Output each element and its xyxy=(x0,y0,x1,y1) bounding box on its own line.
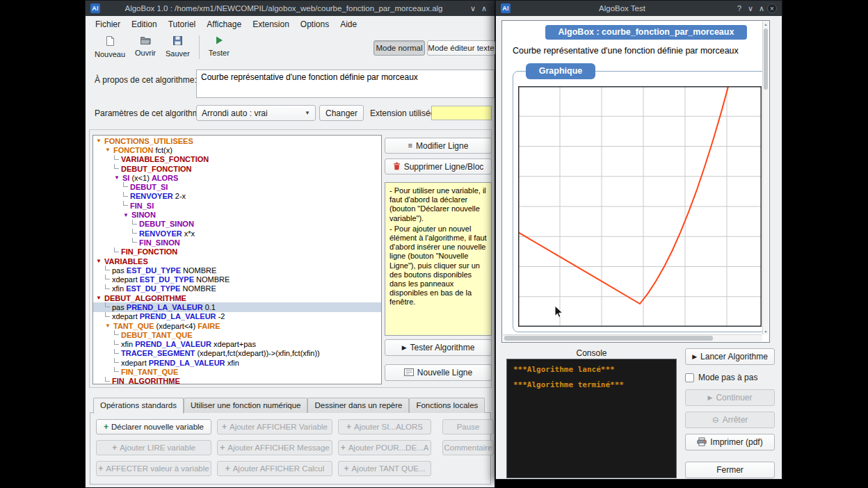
modifier-ligne-button[interactable]: ≡ Modifier Ligne xyxy=(385,138,492,154)
scroll-up-icon[interactable]: ▲ xyxy=(763,22,769,26)
window-control-minimize[interactable]: ∨ xyxy=(745,3,756,14)
menu-aide[interactable]: Aide xyxy=(335,19,362,29)
window-control-minimize[interactable]: ∨ xyxy=(467,3,479,14)
arreter-button[interactable]: ⊖ Arrêter xyxy=(685,412,775,428)
action-button[interactable]: +Ajouter SI...ALORS xyxy=(338,419,431,434)
action-button[interactable]: +Ajouter AFFICHER Variable xyxy=(217,419,332,434)
action-button[interactable]: +Ajouter POUR...DE...A xyxy=(338,440,431,455)
scrollbar-handle[interactable] xyxy=(504,336,713,341)
vertical-scrollbar[interactable]: ▲ ▼ xyxy=(762,22,769,334)
action-button[interactable]: +Déclarer nouvelle variable xyxy=(96,419,211,434)
tab-0[interactable]: Opérations standards xyxy=(93,398,184,414)
play-icon xyxy=(214,35,224,47)
about-textarea[interactable]: Courbe représentative d'une fonction déf… xyxy=(196,70,495,98)
continuer-button[interactable]: ▶ Continuer xyxy=(685,389,775,406)
main-titlebar[interactable]: A! AlgoBox 1.0 : /home/xm1/NEWCOMPIL/alg… xyxy=(86,1,495,16)
tree-connector xyxy=(105,266,110,270)
tree-row[interactable]: ▼FONCTIONS_UTILISEES xyxy=(93,136,381,145)
lancer-algorithme-button[interactable]: ▶ Lancer Algorithme xyxy=(685,348,775,365)
tree-token: xfin xyxy=(121,340,135,348)
tab-1[interactable]: Utiliser une fonction numérique xyxy=(184,398,308,413)
scroll-down-icon[interactable]: ▼ xyxy=(763,330,769,334)
tree-row[interactable]: ▼VARIABLES xyxy=(93,257,381,266)
toolbar-nouveau-button[interactable]: Nouveau xyxy=(90,33,130,60)
tree-row[interactable]: FIN_TANT_QUE xyxy=(93,367,381,376)
action-button[interactable]: +Ajouter AFFICHER Calcul xyxy=(217,461,332,476)
imprimer-pdf-button[interactable]: Imprimer (pdf) xyxy=(685,434,775,450)
mode-pas-a-pas-checkbox[interactable] xyxy=(685,373,694,382)
window-control-help[interactable]: ? xyxy=(734,3,745,14)
tester-algorithme-button[interactable]: ▶ Tester Algorithme xyxy=(385,339,492,356)
menu-extension[interactable]: Extension xyxy=(247,19,295,29)
tab-3[interactable]: Fonctions locales xyxy=(409,398,485,413)
tree-row[interactable]: VARIABLES_FONCTION xyxy=(93,155,381,164)
tree-row[interactable]: xfin EST_DU_TYPE NOMBRE xyxy=(93,284,381,293)
toolbar-tester-button[interactable]: Tester xyxy=(204,33,234,58)
horizontal-scrollbar[interactable] xyxy=(503,334,762,341)
action-button[interactable]: +Ajouter AFFICHER Message xyxy=(217,440,332,455)
test-titlebar[interactable]: A! AlgoBox Test ?∨∧× xyxy=(496,1,782,16)
tree-row[interactable]: FIN_ALGORITHME xyxy=(93,377,381,384)
tree-row[interactable]: ▼FONCTION fct(x) xyxy=(93,145,381,154)
tree-row[interactable]: DEBUT_TANT_QUE xyxy=(93,330,381,339)
menu-tutoriel[interactable]: Tutoriel xyxy=(163,19,202,29)
menu-options[interactable]: Options xyxy=(295,19,335,29)
tab-graphique[interactable]: Graphique xyxy=(526,63,595,79)
tree-row[interactable]: xdepart PREND_LA_VALEUR -2 xyxy=(93,312,381,321)
tree-row[interactable]: TRACER_SEGMENT (xdepart,fct(xdepart))->(… xyxy=(93,349,381,358)
nouvelle-ligne-button[interactable]: Nouvelle Ligne xyxy=(385,364,492,381)
tree-expand-arrow[interactable]: ▼ xyxy=(123,212,131,218)
window-control-maximize[interactable]: ∧ xyxy=(756,3,767,14)
tree-row[interactable]: RENVOYER x*x xyxy=(93,229,381,238)
extension-input[interactable] xyxy=(431,106,492,120)
tree-row[interactable]: pas EST_DU_TYPE NOMBRE xyxy=(93,266,381,275)
tree-row[interactable]: DEBUT_SI xyxy=(93,182,381,191)
tree-expand-arrow[interactable]: ▼ xyxy=(96,258,104,264)
tree-row[interactable]: ▼TANT_QUE (xdepart<4) FAIRE xyxy=(93,321,381,330)
tree-row[interactable]: xdepart EST_DU_TYPE NOMBRE xyxy=(93,275,381,284)
tree-token: PREND_LA_VALEUR xyxy=(127,303,205,311)
action-button[interactable]: Pause xyxy=(442,419,494,434)
tree-row[interactable]: xfin PREND_LA_VALEUR xdepart+pas xyxy=(93,340,381,349)
tab-2[interactable]: Dessiner dans un repère xyxy=(307,398,409,413)
test-window-title: AlgoBox Test xyxy=(514,4,730,13)
algorithm-tree[interactable]: ▼FONCTIONS_UTILISEES▼FONCTION fct(x)VARI… xyxy=(93,135,382,384)
tree-expand-arrow[interactable]: ▼ xyxy=(105,323,113,329)
supprimer-ligne-button[interactable]: Supprimer Ligne/Bloc xyxy=(385,158,492,174)
tree-row[interactable]: DEBUT_SINON xyxy=(93,220,381,229)
tree-row[interactable]: ▼DEBUT_ALGORITHME xyxy=(93,293,381,302)
tree-expand-arrow[interactable]: ▼ xyxy=(105,147,113,153)
window-control-maximize[interactable]: ∧ xyxy=(479,3,490,14)
scrollbar-handle[interactable] xyxy=(764,29,768,90)
action-button[interactable]: +Ajouter LIRE variable xyxy=(96,440,211,455)
action-button[interactable]: Commentaire xyxy=(442,440,494,455)
tree-expand-arrow[interactable]: ▼ xyxy=(96,295,104,301)
window-control-close[interactable]: × xyxy=(767,3,777,13)
menu-affichage[interactable]: Affichage xyxy=(201,19,247,29)
action-button[interactable]: +Ajouter TANT QUE... xyxy=(338,461,431,476)
tree-row[interactable]: xdepart PREND_LA_VALEUR xfin xyxy=(93,358,381,367)
tree-token: (xdepart<4) xyxy=(156,322,198,330)
tree-row[interactable]: DEBUT_FONCTION xyxy=(93,164,381,173)
tree-expand-arrow[interactable]: ▼ xyxy=(96,138,104,144)
fermer-button[interactable]: Fermer xyxy=(685,462,775,478)
changer-button[interactable]: Changer xyxy=(319,105,364,121)
tree-expand-arrow[interactable]: ▼ xyxy=(114,174,122,181)
toolbar-sauver-button[interactable]: Sauver xyxy=(161,33,195,59)
action-button[interactable]: +AFFECTER valeur à variable xyxy=(96,461,211,476)
tree-row[interactable]: ▼SI (x<1) ALORS xyxy=(93,173,381,182)
arrondi-combobox[interactable]: Arrondi auto : vrai ▼ xyxy=(196,105,316,121)
menu-fichier[interactable]: Fichier xyxy=(90,19,126,29)
tree-row[interactable]: ▼SINON xyxy=(93,210,381,219)
chevron-down-icon: ▼ xyxy=(305,110,310,116)
menu-edition[interactable]: Edition xyxy=(126,19,163,29)
tree-row[interactable]: pas PREND_LA_VALEUR 0.1 xyxy=(93,302,381,311)
tree-row[interactable]: FIN_FONCTION xyxy=(93,247,381,257)
mode-normal-button[interactable]: Mode normal xyxy=(373,40,425,56)
mouse-cursor-icon xyxy=(555,306,563,318)
toolbar-ouvrir-button[interactable]: Ouvrir xyxy=(130,33,161,58)
tree-row[interactable]: FIN_SI xyxy=(93,201,381,210)
tree-row[interactable]: RENVOYER 2-x xyxy=(93,192,381,201)
tree-row[interactable]: FIN_SINON xyxy=(93,238,381,247)
mode-editeur-texte-button[interactable]: Mode éditeur texte xyxy=(427,40,495,56)
